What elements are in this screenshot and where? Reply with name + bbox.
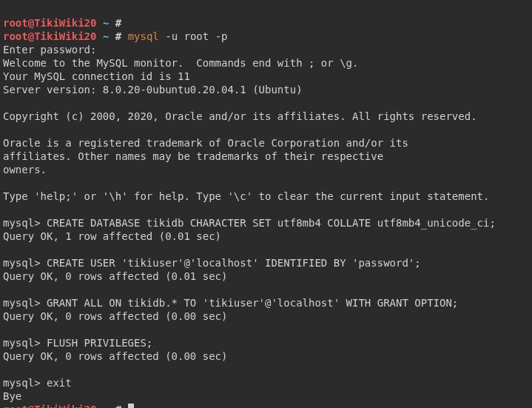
sql-line: mysql> exit (3, 377, 72, 389)
prompt-hash: # (115, 30, 121, 42)
prompt-hash: # (115, 404, 121, 408)
prompt-line-3[interactable]: root@TikiWiki20 ~ # (3, 404, 134, 408)
blank-line (3, 324, 9, 335)
prompt-hash: # (115, 17, 121, 29)
blank-line (3, 364, 9, 375)
output-line: Your MySQL connection id is 11 (3, 70, 190, 82)
prompt-userhost: root@TikiWiki20 (3, 404, 96, 408)
output-line: Welcome to the MySQL monitor. Commands e… (3, 57, 358, 69)
output-line: Oracle is a registered trademark of Orac… (3, 137, 408, 149)
command-flags: -u root -p (159, 30, 228, 42)
blank-line (3, 124, 9, 136)
output-line: Query OK, 0 rows affected (0.00 sec) (3, 350, 227, 362)
output-line: affiliates. Other names may be trademark… (3, 150, 383, 162)
blank-line (3, 244, 9, 255)
output-line: Query OK, 0 rows affected (0.01 sec) (3, 270, 227, 282)
sql-line: mysql> CREATE DATABASE tikidb CHARACTER … (3, 217, 496, 229)
output-line: Server version: 8.0.20-0ubuntu0.20.04.1 … (3, 84, 303, 96)
blank-line (3, 97, 9, 109)
output-line: Enter password: (3, 44, 96, 56)
blank-line (3, 177, 9, 189)
output-line: Bye (3, 390, 21, 402)
sql-line: mysql> CREATE USER 'tikiuser'@'localhost… (3, 257, 421, 269)
terminal-window[interactable]: root@TikiWiki20 ~ # root@TikiWiki20 ~ # … (0, 0, 532, 408)
output-line: Type 'help;' or '\h' for help. Type '\c'… (3, 190, 489, 202)
output-line: Query OK, 0 rows affected (0.00 sec) (3, 310, 227, 322)
output-line: owners. (3, 164, 47, 175)
sql-line: mysql> FLUSH PRIVILEGES; (3, 337, 152, 349)
blank-line (3, 204, 9, 215)
output-line: Query OK, 1 row affected (0.01 sec) (3, 230, 221, 242)
prompt-line-2: root@TikiWiki20 ~ # mysql -u root -p (3, 30, 228, 42)
prompt-userhost: root@TikiWiki20 (3, 30, 96, 42)
cursor-icon (128, 404, 134, 408)
output-line: Copyright (c) 2000, 2020, Oracle and/or … (3, 110, 477, 122)
prompt-line-1: root@TikiWiki20 ~ # (3, 17, 121, 29)
blank-line (3, 284, 9, 295)
sql-line: mysql> GRANT ALL ON tikidb.* TO 'tikiuse… (3, 297, 458, 309)
command-mysql: mysql (128, 30, 159, 42)
prompt-userhost: root@TikiWiki20 (3, 17, 96, 29)
